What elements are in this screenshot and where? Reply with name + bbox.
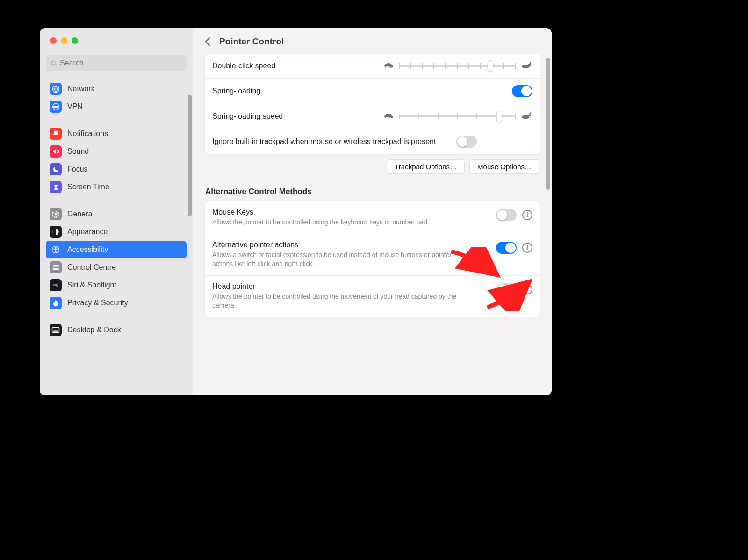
sidebar-item-label: Sound (67, 147, 89, 156)
hand-icon (50, 297, 62, 309)
sidebar-item-network[interactable]: Network (46, 80, 187, 98)
dock-icon (50, 324, 62, 336)
altpointer-label: Alternative pointer actions (212, 241, 489, 249)
sidebar-item-label: VPN (67, 102, 83, 111)
rabbit-icon (520, 61, 532, 71)
options-buttons-row: Trackpad Options… Mouse Options… (204, 155, 540, 174)
minimize-button[interactable] (61, 37, 67, 44)
mousekeys-toggle[interactable] (496, 209, 517, 221)
sidebar-item-label: Network (67, 85, 95, 93)
mousekeys-description: Allows the pointer to be controlled usin… (212, 218, 465, 227)
svg-rect-17 (389, 66, 390, 67)
sidebar-item-label: Control Centre (67, 263, 116, 272)
altpointer-info-button[interactable]: i (522, 243, 532, 253)
svg-point-12 (52, 281, 60, 289)
ignore-trackpad-label: Ignore built-in trackpad when mouse or w… (212, 137, 451, 146)
spring-loading-toggle[interactable] (512, 85, 532, 97)
headpointer-description: Allows the pointer to be controlled usin… (212, 292, 465, 310)
maximize-button[interactable] (72, 37, 78, 44)
sidebar: NetworkVPNVPNNotificationsSoundFocusScre… (40, 28, 193, 395)
headpointer-toggle[interactable] (496, 283, 517, 295)
main-scrollbar[interactable] (546, 58, 550, 190)
main-content: Double-click speed (193, 54, 552, 395)
altpointer-toggle[interactable] (496, 242, 517, 254)
search-field[interactable] (46, 55, 187, 71)
speaker-icon (50, 145, 62, 158)
sidebar-item-accessibility[interactable]: Accessibility (46, 241, 187, 258)
svg-rect-22 (389, 117, 390, 118)
double-click-speed-label: Double-click speed (212, 62, 376, 70)
mouse-options-button[interactable]: Mouse Options… (469, 159, 539, 174)
appearance-icon (50, 226, 62, 238)
sidebar-item-label: Screen Time (67, 183, 109, 191)
switches-icon (50, 261, 62, 273)
svg-point-0 (51, 61, 55, 65)
mousekeys-row: Mouse KeysAllows the pointer to be contr… (205, 201, 540, 234)
svg-rect-16 (385, 66, 386, 67)
sidebar-item-vpn[interactable]: VPNVPN (46, 98, 187, 115)
search-input[interactable] (60, 59, 182, 67)
sidebar-item-label: Desktop & Dock (67, 326, 121, 334)
double-click-speed-slider[interactable] (399, 60, 516, 72)
sidebar-item-label: Siri & Spotlight (67, 281, 116, 289)
system-settings-window: NetworkVPNVPNNotificationsSoundFocusScre… (40, 28, 552, 395)
close-button[interactable] (50, 37, 57, 44)
main-panel: Pointer Control Double-click speed (193, 28, 552, 395)
turtle-icon (382, 111, 394, 122)
headpointer-label: Head pointer (212, 282, 489, 291)
rabbit-icon (520, 111, 532, 122)
mousekeys-info-button[interactable]: i (522, 210, 532, 220)
sidebar-item-label: General (67, 210, 94, 218)
sidebar-item-focus[interactable]: Focus (46, 160, 187, 178)
page-title: Pointer Control (219, 36, 284, 47)
altpointer-row: Alternative pointer actionsAllows a swit… (205, 234, 540, 276)
spring-loading-speed-slider[interactable] (399, 111, 516, 122)
back-button[interactable] (201, 36, 214, 48)
svg-point-10 (53, 265, 54, 266)
svg-rect-21 (385, 117, 386, 118)
sidebar-item-notifications[interactable]: Notifications (46, 125, 187, 143)
trackpad-options-button[interactable]: Trackpad Options… (387, 159, 465, 174)
search-icon (50, 60, 57, 67)
ignore-trackpad-row: Ignore built-in trackpad when mouse or w… (205, 129, 540, 154)
headpointer-row: Head pointerAllows the pointer to be con… (205, 276, 540, 317)
gear-icon (50, 208, 62, 220)
sidebar-item-appearance[interactable]: Appearance (46, 223, 187, 241)
spring-loading-label: Spring-loading (212, 87, 506, 95)
alternative-methods-card: Mouse KeysAllows the pointer to be contr… (204, 201, 540, 317)
turtle-icon (382, 61, 394, 71)
svg-point-20 (391, 116, 393, 118)
spring-loading-speed-row: Spring-loading speed (205, 104, 540, 129)
pointer-settings-card: Double-click speed (204, 54, 540, 155)
sidebar-item-privacy[interactable]: Privacy & Security (46, 294, 187, 312)
moon-icon (50, 163, 62, 175)
sidebar-item-desktopdock[interactable]: Desktop & Dock (46, 321, 187, 339)
sidebar-item-label: Appearance (67, 228, 108, 236)
siri-icon (50, 279, 62, 291)
svg-text:VPN: VPN (53, 106, 58, 108)
hourglass-icon (50, 181, 62, 193)
svg-line-1 (55, 64, 56, 65)
sidebar-scroll: NetworkVPNVPNNotificationsSoundFocusScre… (40, 77, 193, 395)
headpointer-info-button[interactable]: i (522, 284, 532, 294)
sidebar-item-screentime[interactable]: Screen Time (46, 178, 187, 196)
ignore-trackpad-toggle[interactable] (456, 136, 477, 148)
alternative-methods-title: Alternative Control Methods (204, 174, 540, 201)
svg-rect-14 (53, 331, 58, 332)
window-controls (40, 28, 193, 51)
sidebar-item-controlcentre[interactable]: Control Centre (46, 258, 187, 276)
vpn-icon: VPN (50, 101, 62, 113)
sidebar-item-label: Notifications (67, 129, 108, 138)
spring-loading-speed-slider-wrap (382, 111, 532, 122)
main-header: Pointer Control (193, 28, 552, 54)
mousekeys-label: Mouse Keys (212, 208, 489, 216)
double-click-speed-slider-wrap (382, 60, 532, 72)
accessibility-icon (50, 244, 62, 256)
sidebar-item-general[interactable]: General (46, 205, 187, 223)
sidebar-item-sound[interactable]: Sound (46, 143, 187, 160)
spring-loading-row: Spring-loading (205, 79, 540, 104)
sidebar-item-label: Privacy & Security (67, 299, 128, 307)
sidebar-scrollbar[interactable] (188, 95, 192, 216)
sidebar-item-siri[interactable]: Siri & Spotlight (46, 276, 187, 294)
svg-point-7 (55, 247, 56, 248)
